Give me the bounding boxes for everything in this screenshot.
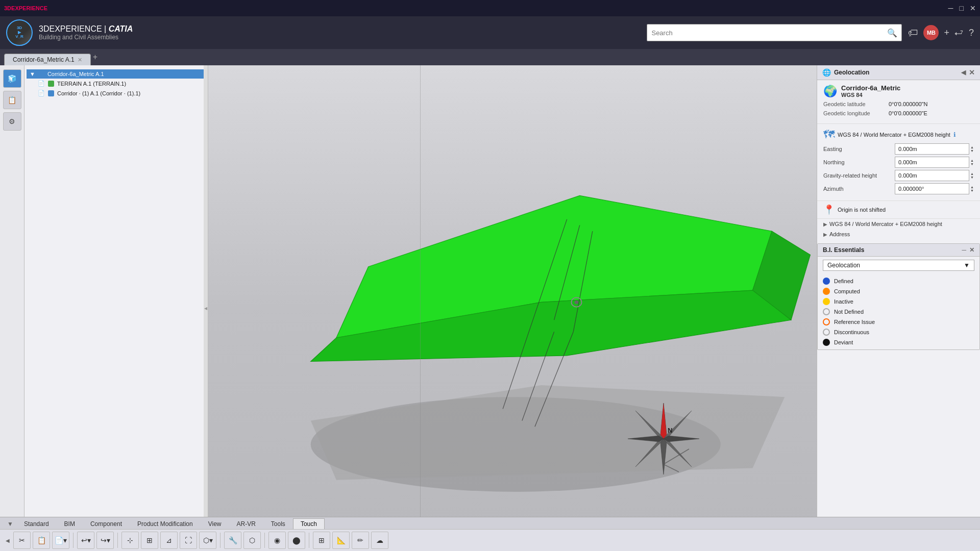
toolbar-tab-product-mod[interactable]: Product Modification xyxy=(130,518,201,529)
sidebar-icon-settings[interactable]: ⚙ xyxy=(3,112,21,131)
toolbar-tab-view[interactable]: View xyxy=(201,518,229,529)
legend-label-deviant: Deviant xyxy=(834,339,853,345)
geo-azimuth-up[interactable]: ▲ xyxy=(970,185,974,189)
app-full-title: 3DEXPERIENCE | CATIA xyxy=(39,24,133,34)
svg-marker-14 xyxy=(660,403,667,439)
geo-easting-input[interactable]: 0.000m xyxy=(895,143,969,155)
view-tools-button[interactable]: 🔧 xyxy=(224,532,241,549)
snap-button[interactable]: ⛶ xyxy=(180,532,197,549)
toolbar-sep-3 xyxy=(220,533,220,548)
geo-easting-label: Easting xyxy=(823,146,895,152)
vertical-guide xyxy=(420,65,421,520)
geo-northing-spinner[interactable]: ▲ ▼ xyxy=(970,159,974,166)
redo-button[interactable]: ↪▾ xyxy=(96,532,114,549)
hide-show-button[interactable]: ⬡ xyxy=(243,532,261,549)
geo-azimuth-input[interactable]: 0.000000° xyxy=(895,183,969,194)
toolbar-tab-touch[interactable]: Touch xyxy=(293,518,325,529)
appearance-button[interactable]: ◉ xyxy=(268,532,286,549)
cloud-button[interactable]: ☁ xyxy=(371,532,388,549)
user-avatar[interactable]: MB xyxy=(923,25,939,40)
app-logo: 3D ▶ V_R xyxy=(6,19,33,46)
toolbar-tab-standard[interactable]: Standard xyxy=(16,518,57,529)
geo-azimuth-down[interactable]: ▼ xyxy=(970,189,974,192)
close-button[interactable]: ✕ xyxy=(970,4,976,12)
search-input[interactable] xyxy=(651,29,887,37)
toolbar-tab-component[interactable]: Component xyxy=(83,518,130,529)
sidebar-icon-tree[interactable]: 📋 xyxy=(3,91,21,109)
tab-close-icon[interactable]: ✕ xyxy=(78,57,82,63)
paste-dropdown[interactable]: 📄▾ xyxy=(52,532,69,549)
search-bar[interactable]: 🔍 xyxy=(647,24,902,41)
bi-close-button[interactable]: ✕ xyxy=(969,246,974,254)
bi-minimize-button[interactable]: ─ xyxy=(962,246,966,254)
toolbar-left-toggle[interactable]: ◀ xyxy=(4,532,11,549)
tab-corridor[interactable]: Corridor-6a_Metric A.1 ✕ xyxy=(4,54,91,65)
geo-expand-crs[interactable]: ▶ WGS 84 / World Mercator + EGM2008 heig… xyxy=(817,219,980,229)
geo-gravity-input[interactable]: 0.000m xyxy=(895,170,969,181)
geo-gravity-spinner[interactable]: ▲ ▼ xyxy=(970,172,974,179)
3d-viewport[interactable]: N xyxy=(208,65,817,551)
geo-northing-down[interactable]: ▼ xyxy=(970,162,974,166)
copy-button[interactable]: 📋 xyxy=(33,532,50,549)
geolocation-panel: 🌐 Geolocation ◀ ✕ 🌍 Corridor-6a_Metric W… xyxy=(817,65,980,239)
select-button[interactable]: ⊹ xyxy=(121,532,139,549)
tree-item-2[interactable]: 📄 Corridor · (1) A.1 (Corridor · (1).1) xyxy=(35,88,206,98)
tree-color-dot-1 xyxy=(48,81,54,87)
toolbar-toggle-btn[interactable]: ▼ xyxy=(4,520,16,528)
legend-dot-reference xyxy=(823,318,830,325)
tree-item-0[interactable]: ▼ Corridor-6a_Metric A.1 xyxy=(27,69,206,79)
share-button[interactable]: ⮐ xyxy=(954,28,964,38)
geo-lon-label: Geodetic longitude xyxy=(823,110,885,116)
legend-dot-inactive xyxy=(823,298,830,305)
undo-button[interactable]: ↩▾ xyxy=(77,532,94,549)
grid-button[interactable]: ⊞ xyxy=(313,532,330,549)
select-move-button[interactable]: ⊿ xyxy=(160,532,178,549)
toolbar-tab-tools[interactable]: Tools xyxy=(263,518,293,529)
geo-gravity-up[interactable]: ▲ xyxy=(970,172,974,176)
logo-area: 3D ▶ V_R xyxy=(6,19,33,46)
sphere-button[interactable]: ⬤ xyxy=(288,532,305,549)
minimize-button[interactable]: ─ xyxy=(948,4,953,12)
toolbar-tabs: ▼ Standard BIM Component Product Modific… xyxy=(0,517,980,530)
bi-dropdown[interactable]: Geolocation ▼ xyxy=(823,260,974,271)
toolbar-tab-bim[interactable]: BIM xyxy=(57,518,83,529)
help-button[interactable]: ? xyxy=(969,28,974,38)
geo-azimuth-spinner[interactable]: ▲ ▼ xyxy=(970,185,974,192)
toolbar-icons: ◀ ✂ 📋 📄▾ ↩▾ ↪▾ ⊹ ⊞ ⊿ ⛶ ⬡▾ 🔧 ⬡ ◉ ⬤ ⊞ 📐 ✏ … xyxy=(0,530,980,551)
geo-gravity-down[interactable]: ▼ xyxy=(970,176,974,179)
sidebar-icon-model[interactable]: 🧊 xyxy=(3,69,21,88)
tree-resize-handle[interactable]: ◀ xyxy=(204,65,208,551)
select-tools-dropdown[interactable]: ⬡▾ xyxy=(199,532,216,549)
geo-expand-crs-label: WGS 84 / World Mercator + EGM2008 height xyxy=(829,221,942,227)
bottom-toolbar: ▼ Standard BIM Component Product Modific… xyxy=(0,517,980,551)
tag-icon[interactable]: 🏷 xyxy=(908,27,918,39)
toolbar-tab-ar-vr[interactable]: AR-VR xyxy=(229,518,263,529)
geo-info-icon[interactable]: ℹ xyxy=(953,131,956,138)
tree-item-label-1: TERRAIN A.1 (TERRAIN.1) xyxy=(57,81,126,87)
tree-item-label-2: Corridor · (1) A.1 (Corridor · (1).1) xyxy=(57,90,140,96)
legend-label-reference: Reference Issue xyxy=(834,319,875,325)
geo-crs-row: 🗺 WGS 84 / World Mercator + EGM2008 heig… xyxy=(823,128,974,141)
tree-item-1[interactable]: 📄 TERRAIN A.1 (TERRAIN.1) xyxy=(35,79,206,88)
geo-northing-up[interactable]: ▲ xyxy=(970,159,974,162)
search-icon[interactable]: 🔍 xyxy=(887,28,897,38)
tree-panel: ▼ Corridor-6a_Metric A.1 📄 TERRAIN A.1 (… xyxy=(24,65,208,551)
geolocation-expand-icon[interactable]: ◀ xyxy=(961,69,966,76)
geo-easting-down[interactable]: ▼ xyxy=(970,149,974,153)
geo-northing-input[interactable]: 0.000m xyxy=(895,157,969,168)
geo-expand-address[interactable]: ▶ Address xyxy=(817,229,980,239)
geo-northing-label: Northing xyxy=(823,159,895,165)
annotate-button[interactable]: ✏ xyxy=(352,532,369,549)
tree-icon-terrain: 📄 xyxy=(38,80,45,87)
maximize-button[interactable]: □ xyxy=(960,4,964,12)
geolocation-close-button[interactable]: ✕ xyxy=(969,68,975,77)
cut-button[interactable]: ✂ xyxy=(13,532,31,549)
tab-add-button[interactable]: + xyxy=(93,53,97,62)
geo-easting-up[interactable]: ▲ xyxy=(970,145,974,149)
add-button[interactable]: + xyxy=(944,28,949,38)
geo-easting-spinner[interactable]: ▲ ▼ xyxy=(970,145,974,153)
select-filter-button[interactable]: ⊞ xyxy=(141,532,158,549)
window-controls: ─ □ ✕ xyxy=(948,4,976,12)
measure-button[interactable]: 📐 xyxy=(332,532,350,549)
tree-color-dot-2 xyxy=(48,90,54,96)
